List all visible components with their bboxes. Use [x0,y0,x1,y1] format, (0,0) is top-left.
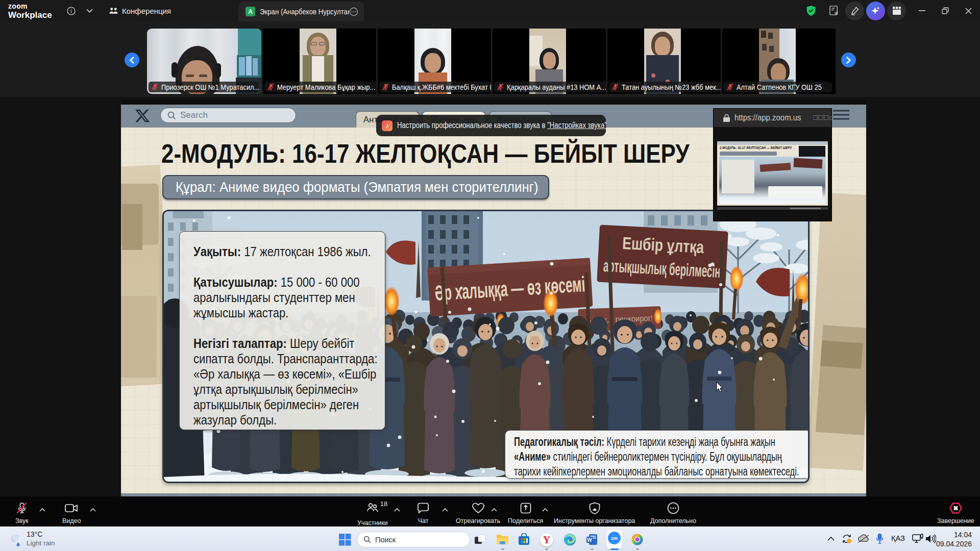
svg-text:W: W [587,537,592,543]
